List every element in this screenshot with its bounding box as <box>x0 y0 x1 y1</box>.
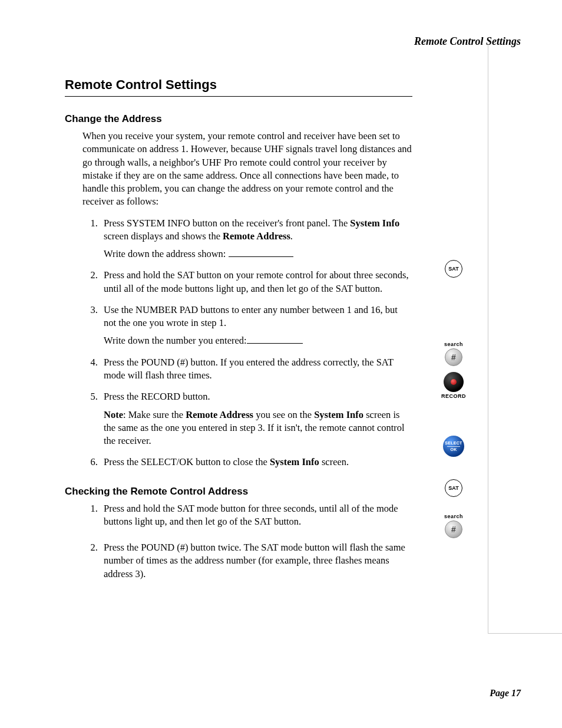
keycap-sat: SAT <box>177 503 194 514</box>
sat-icon: SAT <box>445 260 462 278</box>
steps-list-change-address: Press SYSTEM INFO button on the receiver… <box>65 217 412 469</box>
step-2: Press and hold the SAT button on your re… <box>100 269 412 295</box>
search-label: search <box>430 341 477 347</box>
text: Press the <box>104 456 141 467</box>
bold-system-info: System Info <box>350 218 399 229</box>
keycap-sat: SAT <box>177 269 194 281</box>
pound-icon: # <box>445 348 462 366</box>
section-title: Remote Control Settings <box>65 77 412 97</box>
page-footer: Page 17 <box>490 688 521 699</box>
text: you see on the <box>253 409 314 420</box>
select-top-label: SELECT <box>445 441 462 445</box>
text: screen displays and shows the <box>104 230 223 242</box>
sat-button-icon-2: SAT <box>430 479 477 497</box>
text: . <box>290 230 293 242</box>
step-6: Press the SELECT/OK button to close the … <box>100 456 412 469</box>
text: mode will flash three times. <box>104 370 212 381</box>
select-bottom-label: OK <box>450 447 457 452</box>
text: Press and hold the <box>104 503 177 514</box>
select-divider <box>447 446 460 447</box>
bold-remote-address: Remote Address <box>223 230 290 242</box>
record-dot-icon <box>451 379 457 385</box>
text: Press <box>104 218 127 229</box>
text: Press the <box>104 357 141 368</box>
step-5: Press the RECORD button. Note: Make sure… <box>100 390 412 447</box>
step-4: Press the POUND (#) button. If you enter… <box>100 356 412 383</box>
check-step-1: Press and hold the SAT mode button for t… <box>100 502 412 529</box>
blank-line <box>247 335 303 344</box>
keycap-sat: SAT <box>254 516 272 527</box>
steps-list-checking: Press and hold the SAT mode button for t… <box>65 502 412 581</box>
write-down-label: Write down the number you entered: <box>104 335 247 346</box>
step-1: Press SYSTEM INFO button on the receiver… <box>100 217 412 261</box>
pound-button-icon: search # <box>430 341 477 366</box>
search-label: search <box>430 513 477 519</box>
keycap-system-info: SYSTEM INFO <box>127 218 190 229</box>
text: Press and hold the <box>104 269 177 281</box>
bold-system-info: System Info <box>314 409 363 420</box>
keycap-pound: POUND (#) <box>141 542 188 553</box>
select-button-icon: SELECT OK <box>430 436 477 457</box>
note-block: Note: Make sure the Remote Address you s… <box>104 409 412 448</box>
keycap-record: RECORD <box>141 391 180 402</box>
text: Use the <box>104 304 135 315</box>
keycap-sat: SAT <box>336 283 353 294</box>
page: Remote Control Settings Remote Control S… <box>0 0 562 728</box>
keycap-select-ok: SELECT/OK <box>141 456 193 467</box>
record-icon <box>444 372 464 392</box>
pound-icon: # <box>445 521 462 538</box>
note-label: Note <box>104 409 123 420</box>
text: button. <box>353 283 382 294</box>
text: screen. <box>319 456 349 467</box>
text: button to close the <box>193 456 270 467</box>
sat-button-icon: SAT <box>430 260 477 278</box>
content-row: Remote Control Settings Change the Addre… <box>65 77 527 589</box>
record-button-icon: RECORD <box>430 372 477 399</box>
record-label: RECORD <box>430 393 477 399</box>
text: button on the receiver's front panel. Th… <box>190 218 351 229</box>
step-3: Use the NUMBER PAD buttons to enter any … <box>100 304 412 348</box>
text: button. <box>272 516 301 527</box>
check-step-2: Press the POUND (#) button twice. The SA… <box>100 541 412 581</box>
text: : Make sure the <box>123 409 186 420</box>
bold-system-info: System Info <box>270 456 319 467</box>
pound-button-icon-2: search # <box>430 513 477 538</box>
subsection-checking-address: Checking the Remote Control Address <box>65 486 412 498</box>
keycap-sat: SAT <box>261 542 278 553</box>
keycap-number-pad: NUMBER PAD <box>135 304 198 315</box>
main-column: Remote Control Settings Change the Addre… <box>65 77 418 589</box>
text: button twice. The <box>188 542 261 553</box>
text: Press the <box>104 542 141 553</box>
text: button. <box>180 391 210 402</box>
text: button. If you entered the address corre… <box>188 357 376 368</box>
intro-paragraph: When you receive your system, your remot… <box>82 130 412 209</box>
sat-icon: SAT <box>445 479 462 497</box>
bold-remote-address: Remote Address <box>186 409 253 420</box>
text: Press the <box>104 391 141 402</box>
keycap-pound: POUND (#) <box>141 357 188 368</box>
blank-line <box>229 248 293 257</box>
keycap-sat: SAT <box>376 357 394 368</box>
select-ok-icon: SELECT OK <box>443 436 464 457</box>
margin-box <box>488 44 562 634</box>
subsection-change-address: Change the Address <box>65 113 412 125</box>
running-header: Remote Control Settings <box>65 35 527 48</box>
write-down-label: Write down the address shown: <box>104 248 229 259</box>
